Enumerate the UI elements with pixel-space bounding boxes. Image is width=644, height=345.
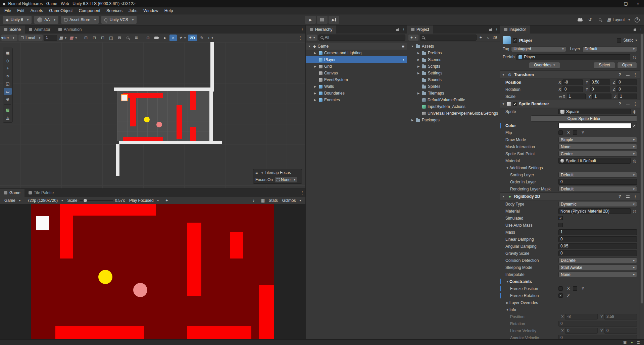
lock-icon[interactable] (395, 25, 401, 34)
prefab-object-field[interactable]: Player (516, 54, 630, 60)
sleeping-mode-dropdown[interactable]: Start Awake (558, 265, 637, 270)
project-search-input[interactable] (420, 35, 477, 41)
asset-row[interactable]: InputSystem_Actions (407, 103, 500, 110)
history-icon[interactable]: ↺ (586, 16, 594, 24)
expand-arrow[interactable]: ▶ (313, 98, 317, 102)
hierarchy-search-input[interactable]: All (318, 35, 405, 41)
layer-overrides-foldout[interactable]: Layer Overrides (500, 299, 640, 306)
scene-more-icon[interactable]: ⋮ (297, 35, 304, 41)
help-icon[interactable]: ? (633, 16, 641, 24)
hierarchy-item[interactable]: ▶Boundaries (306, 90, 407, 97)
hierarchy-item[interactable]: EventSystem (306, 76, 407, 83)
folder-row[interactable]: Sprites (407, 83, 500, 90)
stats-button[interactable]: Stats (268, 198, 278, 203)
physics-material-picker-icon[interactable]: ◎ (632, 209, 637, 214)
unity-vcs-button[interactable]: Unity VCS (101, 16, 137, 24)
expand-arrow[interactable]: ▶ (410, 118, 414, 122)
menu-services[interactable]: Services (103, 8, 126, 13)
slider-knob[interactable] (84, 199, 87, 202)
overlay-menu-icon[interactable]: ≡ (255, 170, 258, 175)
color-swatch[interactable] (558, 123, 637, 128)
expand-arrow[interactable]: ▶ (313, 65, 317, 68)
active-checkbox[interactable] (513, 38, 517, 43)
menu-window[interactable]: Window (140, 8, 161, 13)
gameobject-name-field[interactable]: Player (519, 38, 532, 43)
sprite-picker-icon[interactable]: ◎ (632, 109, 637, 114)
component-menu-icon[interactable]: ⋮ (632, 193, 638, 200)
body-type-dropdown[interactable]: Dynamic (558, 201, 637, 207)
folder-row[interactable]: ▶Scripts (407, 63, 500, 70)
snap-pivot-icon[interactable]: ⊠ (116, 35, 123, 41)
rotation-y-field[interactable]: 0 (590, 87, 610, 92)
snap-transform-icon[interactable]: ◫ (107, 35, 115, 41)
sprite-object-field[interactable]: Square (558, 109, 631, 114)
additional-settings-foldout[interactable]: Additional Settings (500, 164, 640, 171)
expand-arrow[interactable]: ▶ (416, 58, 420, 61)
menu-file[interactable]: File (1, 8, 14, 13)
linear-damping-field[interactable]: 0 (558, 236, 637, 242)
snap-scale-icon[interactable]: ⊟ (99, 35, 106, 41)
gizmos-dropdown[interactable]: Gizmos (280, 197, 303, 204)
sorting-layer-dropdown[interactable]: Default (558, 172, 637, 178)
static-checkbox[interactable] (617, 38, 621, 43)
move-tool[interactable]: + (4, 65, 12, 72)
physics-material-field[interactable]: None (Physics Material 2D) (558, 208, 631, 214)
tab-menu-icon[interactable]: ⋮ (299, 25, 305, 34)
search-icon[interactable] (596, 16, 604, 24)
foldout-arrow[interactable] (501, 73, 505, 76)
use-auto-mass-checkbox[interactable] (558, 223, 563, 227)
game-viewport[interactable] (0, 204, 305, 339)
scene-audio-dropdown[interactable]: ♪ (207, 35, 214, 41)
asset-row[interactable]: DefaultVolumeProfile (407, 97, 500, 103)
scale-x-field[interactable]: 1 (567, 94, 586, 99)
position-x-field[interactable]: -8 (562, 79, 583, 85)
component-menu-icon[interactable]: ⋮ (632, 100, 638, 108)
account-button[interactable]: AA (34, 16, 58, 24)
folder-row[interactable]: ▶Scenes (407, 56, 500, 63)
menu-edit[interactable]: Edit (14, 8, 28, 13)
flip-y-checkbox[interactable] (573, 130, 577, 135)
folder-row[interactable]: ▶Settings (407, 70, 500, 76)
mass-field[interactable]: 1 (558, 229, 637, 235)
menu-jobs[interactable]: Jobs (126, 8, 140, 13)
overlay-collapse-icon[interactable] (259, 170, 263, 175)
scene-visibility-icon[interactable]: ○ (169, 35, 177, 41)
rendering-layer-mask-dropdown[interactable]: Default (558, 186, 637, 192)
help-icon[interactable]: ? (617, 100, 623, 108)
expand-arrow[interactable]: ▶ (416, 92, 420, 95)
play-button[interactable]: ▶ (305, 16, 316, 24)
freeze-position-x-checkbox[interactable] (558, 286, 563, 291)
select-button[interactable]: Select (594, 62, 615, 68)
open-button[interactable]: Open (617, 62, 637, 68)
folder-row[interactable]: Sounds (407, 76, 500, 83)
maximize-button[interactable]: ▢ (620, 0, 632, 7)
expand-arrow[interactable]: ▶ (313, 51, 317, 55)
grid-visual-dropdown[interactable]: ▦ (68, 35, 78, 41)
favorites-icon[interactable]: ✦ (478, 34, 484, 42)
add-asset-button[interactable]: + (408, 35, 418, 41)
simulated-checkbox[interactable] (558, 216, 563, 220)
grid-size-field[interactable]: 1 (44, 35, 57, 41)
tab-menu-icon[interactable]: ⋮ (299, 189, 305, 197)
flip-x-checkbox[interactable] (558, 130, 563, 135)
folder-row[interactable]: ▶Prefabs (407, 50, 500, 56)
particles-dropdown[interactable]: ✦ (178, 35, 187, 41)
vsync-grid-icon[interactable]: ▦ (259, 197, 266, 204)
hierarchy-item-selected[interactable]: Player› (306, 56, 407, 63)
frame-debugger-icon[interactable]: ✦ (163, 197, 170, 204)
minimize-button[interactable]: – (608, 0, 620, 7)
menu-gameobject[interactable]: GameObject (46, 8, 76, 13)
position-y-field[interactable]: 3.58 (590, 79, 610, 85)
collision-detection-dropdown[interactable]: Discrete (558, 257, 637, 263)
help-icon[interactable]: ? (617, 71, 623, 78)
draw-mode-dropdown[interactable]: Simple (558, 137, 637, 142)
layout-dropdown[interactable]: ▦ Layout (606, 16, 631, 24)
add-gameobject-button[interactable]: + (307, 35, 317, 41)
lock-icon[interactable] (632, 25, 638, 34)
component-menu-icon[interactable]: ⋮ (632, 71, 638, 78)
tab-inspector[interactable]: Inspector (500, 25, 530, 34)
tab-game[interactable]: Game (0, 189, 24, 197)
freeze-rotation-z-checkbox[interactable] (558, 293, 563, 298)
angular-damping-field[interactable]: 0.05 (558, 243, 637, 249)
menu-assets[interactable]: Assets (28, 8, 46, 13)
